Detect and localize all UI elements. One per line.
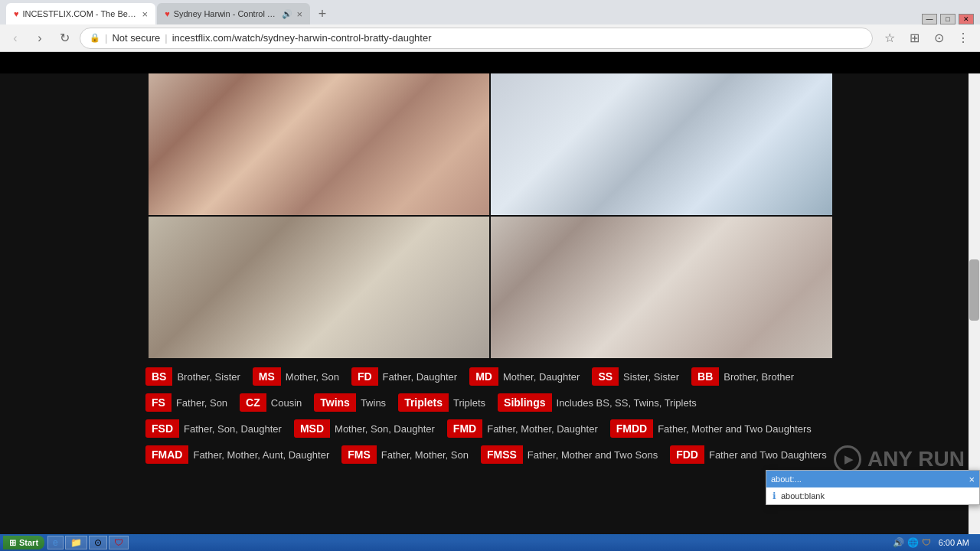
tag-bs[interactable]: BSBrother, Sister (145, 367, 245, 386)
ie-icon: e (53, 537, 58, 548)
tag-md[interactable]: MDMother, Daughter (469, 367, 584, 386)
taskbar-shield[interactable]: 🛡 (109, 536, 129, 549)
popup-title: about:... (771, 474, 802, 484)
taskbar-items: e 📁 ⊙ 🛡 (47, 536, 887, 549)
close-button[interactable]: ✕ (959, 14, 974, 24)
start-icon: ⊞ (9, 538, 16, 548)
tag-code: FSD (145, 419, 179, 438)
taskbar-folder[interactable]: 📁 (65, 536, 87, 549)
bookmark-button[interactable]: ☆ (879, 28, 900, 49)
tag-fmd[interactable]: FMDFather, Mother, Daughter (447, 419, 603, 438)
shield-icon: 🛡 (114, 537, 123, 548)
popup-window: about:... × ℹ about:blank (766, 470, 980, 505)
address-bar[interactable]: 🔒 | Not secure | incestflix.com/watch/sy… (80, 28, 873, 49)
start-button[interactable]: ⊞ Start (3, 536, 44, 549)
taskbar-clock: 6:00 AM (934, 538, 974, 547)
tag-code: FS (145, 393, 172, 412)
tag-fs[interactable]: FSFather, Son (145, 393, 232, 412)
url-text: incestflix.com/watch/sydney-harwin-contr… (172, 32, 432, 44)
menu-button[interactable]: ⋮ (952, 28, 974, 49)
tag-code: FMS (341, 445, 377, 464)
popup-close-button[interactable]: × (969, 474, 975, 485)
forward-button[interactable]: › (31, 29, 49, 47)
tag-fmad[interactable]: FMADFather, Mother, Aunt, Daughter (145, 445, 334, 464)
tab-2[interactable]: ♥ Sydney Harwin - Control Your B... 🔊 × (157, 3, 310, 24)
tag-fsd[interactable]: FSDFather, Son, Daughter (145, 419, 286, 438)
tag-code: BS (145, 367, 172, 386)
popup-address-bar: ℹ about:blank (766, 487, 979, 504)
tag-label: Brother, Brother (719, 368, 799, 386)
tag-fms[interactable]: FMSFather, Mother, Son (341, 445, 473, 464)
security-icon: 🔒 (90, 33, 100, 43)
tag-code: MD (469, 367, 498, 386)
tag-triplets[interactable]: TripletsTriplets (398, 393, 490, 412)
tab-1-label: INCESTFLIX.COM - The Best Incest... (23, 9, 138, 18)
anyrun-play-icon: ▶ (834, 445, 861, 473)
tag-code: FMDD (610, 419, 653, 438)
tag-code: SS (592, 367, 619, 386)
url-separator: | (165, 32, 167, 44)
tag-label: Mother, Son (281, 368, 344, 386)
tag-ms[interactable]: MSMother, Son (253, 367, 344, 386)
tag-code: MS (253, 367, 281, 386)
security-separator: | (105, 32, 107, 44)
folder-icon: 📁 (70, 537, 82, 548)
video-thumb-3[interactable] (149, 217, 490, 358)
video-thumb-4[interactable] (491, 217, 832, 358)
tab-1[interactable]: ♥ INCESTFLIX.COM - The Best Incest... × (6, 3, 155, 24)
maximize-button[interactable]: □ (940, 14, 956, 24)
tray-speaker[interactable]: 🔊 (893, 537, 904, 548)
tag-code: Triplets (398, 393, 449, 412)
account-button[interactable]: ⊙ (928, 28, 949, 49)
refresh-button[interactable]: ↻ (55, 29, 74, 47)
tag-siblings[interactable]: SiblingsIncludes BS, SS, Twins, Triplets (498, 393, 701, 412)
tag-cz[interactable]: CZCousin (240, 393, 306, 412)
tag-code: FD (351, 367, 378, 386)
tag-fmss[interactable]: FMSSFather, Mother and Two Sons (481, 445, 662, 464)
tag-code: FMAD (145, 445, 188, 464)
security-label: Not secure (112, 32, 160, 44)
new-tab-button[interactable]: + (312, 3, 333, 24)
tag-code: FMD (447, 419, 482, 438)
tag-ss[interactable]: SSSister, Sister (592, 367, 684, 386)
tag-code: Twins (314, 393, 356, 412)
tag-label: Father, Son (172, 394, 232, 412)
tag-fdd[interactable]: FDDFather and Two Daughters (670, 445, 831, 464)
scrollbar-thumb[interactable] (969, 259, 979, 321)
tray-shield[interactable]: 🛡 (922, 537, 931, 548)
tag-code: MSD (294, 419, 330, 438)
tag-twins[interactable]: TwinsTwins (314, 393, 390, 412)
extensions-button[interactable]: ⊞ (903, 28, 925, 49)
tag-label: Twins (356, 394, 390, 412)
tab-1-close[interactable]: × (142, 8, 149, 20)
tab-1-favicon: ♥ (14, 9, 19, 18)
browser-actions: ☆ ⊞ ⊙ ⋮ (879, 28, 974, 49)
video-thumb-1[interactable] (149, 73, 490, 215)
tag-code: BB (691, 367, 719, 386)
tray-network[interactable]: 🌐 (907, 537, 919, 548)
tab-2-favicon: ♥ (165, 9, 170, 18)
tag-msd[interactable]: MSDMother, Son, Daughter (294, 419, 439, 438)
video-thumb-2[interactable] (491, 73, 832, 215)
popup-address-text: about:blank (781, 491, 825, 500)
tag-bb[interactable]: BBBrother, Brother (691, 367, 799, 386)
main-content: BSBrother, SisterMSMother, SonFDFather, … (0, 73, 980, 534)
back-button[interactable]: ‹ (6, 29, 24, 47)
tag-fd[interactable]: FDFather, Daughter (351, 367, 462, 386)
tab-2-close[interactable]: × (297, 8, 303, 20)
start-label: Start (19, 538, 38, 547)
video-thumbnails (149, 73, 832, 358)
window-controls: — □ ✕ (922, 14, 974, 24)
scrollbar[interactable] (969, 73, 980, 534)
tag-label: Father, Mother, Daughter (482, 420, 603, 438)
taskbar: ⊞ Start e 📁 ⊙ 🛡 🔊 🌐 🛡 6:00 AM (0, 534, 980, 551)
tag-fmdd[interactable]: FMDDFather, Mother and Two Daughters (610, 419, 816, 438)
anyrun-watermark: ▶ ANY RUN (834, 445, 965, 473)
minimize-button[interactable]: — (922, 14, 937, 24)
tag-label: Cousin (266, 394, 306, 412)
browser-chrome: ♥ INCESTFLIX.COM - The Best Incest... × … (0, 0, 980, 52)
taskbar-ie[interactable]: e (47, 536, 64, 549)
tag-label: Mother, Daughter (498, 368, 584, 386)
taskbar-chrome[interactable]: ⊙ (89, 536, 107, 549)
anyrun-label: ANY RUN (867, 447, 965, 471)
